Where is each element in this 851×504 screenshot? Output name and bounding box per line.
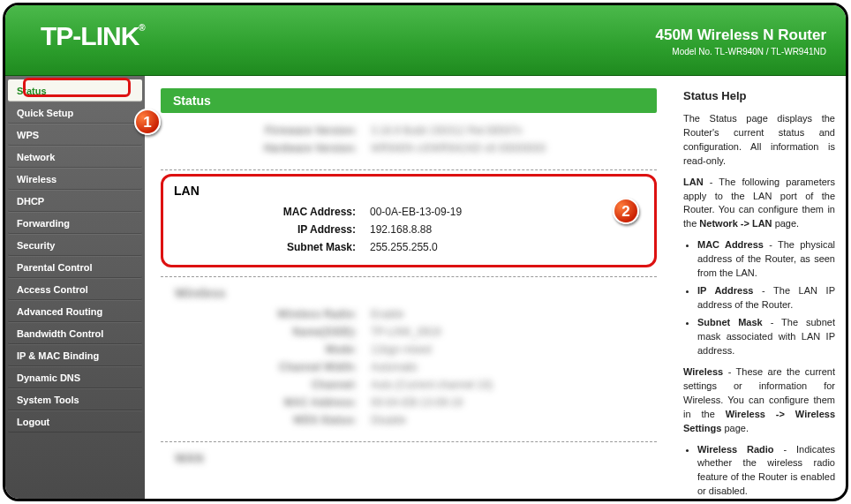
wireless-title: Wireless xyxy=(169,286,648,305)
help-title: Status Help xyxy=(683,88,835,105)
row-label: IP Address: xyxy=(169,223,363,236)
wireless-block: Wireless Wireless Radio:EnableName(SSID)… xyxy=(161,277,657,442)
row-value: Enable xyxy=(364,308,648,320)
page-title: Status xyxy=(161,88,657,113)
lan-highlight-frame: LAN MAC Address:00-0A-EB-13-09-19IP Addr… xyxy=(161,174,657,267)
help-item: Wireless Radio - Indicates whether the w… xyxy=(697,443,835,499)
callout-1: 1 xyxy=(134,109,161,135)
help-wireless-intro: Wireless - These are the current setting… xyxy=(683,365,835,436)
sidebar-item-network[interactable]: Network xyxy=(8,146,142,168)
version-block: Firmware Version:3.16.9 Build 150312 Rel… xyxy=(161,113,657,170)
row-label: Wireless Radio: xyxy=(169,308,364,320)
help-wireless-list: Wireless Radio - Indicates whether the w… xyxy=(697,443,835,499)
wan-block: WAN xyxy=(161,442,657,483)
status-row: Mode:11bgn mixed xyxy=(169,341,648,358)
brand-logo: TP-LINK® xyxy=(41,21,145,51)
row-label: Hardware Version: xyxy=(169,142,364,154)
row-value: 3.16.9 Build 150312 Rel.58597n xyxy=(364,124,648,137)
header: TP-LINK® 450M Wireless N Router Model No… xyxy=(5,5,846,76)
help-lan-list: MAC Address - The physical address of th… xyxy=(697,238,835,358)
sidebar-item-parental-control[interactable]: Parental Control xyxy=(8,256,142,278)
product-title: 450M Wireless N Router xyxy=(655,26,826,44)
product-model: Model No. TL-WR940N / TL-WR941ND xyxy=(655,47,826,56)
row-label: Name(SSID): xyxy=(169,326,364,338)
help-term: Wireless Radio xyxy=(697,444,774,455)
row-value: 192.168.8.88 xyxy=(363,223,649,236)
row-label: MAC Address: xyxy=(169,206,363,218)
row-value: Disable xyxy=(364,414,648,426)
row-label: MAC Address: xyxy=(169,396,364,409)
status-row: MAC Address:00-0A-EB-13-09-19 xyxy=(169,394,648,411)
status-row: Name(SSID):TP-LINK_0919 xyxy=(169,323,648,341)
status-row: Hardware Version:WR940N v3/WR941ND v6 00… xyxy=(169,139,648,157)
sidebar-item-access-control[interactable]: Access Control xyxy=(8,278,142,300)
help-item: MAC Address - The physical address of th… xyxy=(697,238,835,281)
row-label: Firmware Version: xyxy=(169,124,364,137)
row-value: WR940N v3/WR941ND v6 00000000 xyxy=(364,142,648,154)
row-label: Channel: xyxy=(169,379,364,391)
row-label: WDS Status: xyxy=(169,414,364,426)
row-value: 11bgn mixed xyxy=(364,343,648,356)
help-wireless-term: Wireless xyxy=(683,366,723,377)
help-lan-link: Network -> LAN xyxy=(699,218,772,229)
help-term: MAC Address xyxy=(697,239,764,250)
wan-title: WAN xyxy=(169,451,648,470)
row-label: Channel Width: xyxy=(169,361,364,373)
sidebar: StatusQuick SetupWPSNetworkWirelessDHCPF… xyxy=(5,76,145,499)
sidebar-item-advanced-routing[interactable]: Advanced Routing xyxy=(8,300,142,322)
help-intro: The Status page displays the Router's cu… xyxy=(683,112,835,169)
row-value: 255.255.255.0 xyxy=(363,241,649,253)
sidebar-item-quick-setup[interactable]: Quick Setup xyxy=(8,102,142,124)
help-lan-intro: LAN - The following parameters apply to … xyxy=(683,176,835,232)
help-item: Subnet Mask - The subnet mask associated… xyxy=(697,316,835,358)
sidebar-item-status[interactable]: Status xyxy=(8,79,142,102)
sidebar-item-system-tools[interactable]: System Tools xyxy=(8,388,142,410)
row-value: Auto (Current channel 10) xyxy=(364,379,648,391)
help-term: IP Address xyxy=(697,285,753,296)
sidebar-item-wps[interactable]: WPS xyxy=(8,124,142,146)
sidebar-item-bandwidth-control[interactable]: Bandwidth Control xyxy=(8,322,142,344)
sidebar-item-logout[interactable]: Logout xyxy=(8,410,142,433)
status-row: WDS Status:Disable xyxy=(169,411,648,429)
row-value: 00-0A-EB-13-09-19 xyxy=(363,206,649,218)
sidebar-item-dynamic-dns[interactable]: Dynamic DNS xyxy=(8,366,142,388)
row-label: Subnet Mask: xyxy=(169,241,363,253)
help-item: IP Address - The LAN IP address of the R… xyxy=(697,284,835,312)
sidebar-item-dhcp[interactable]: DHCP xyxy=(8,190,142,212)
status-row: Firmware Version:3.16.9 Build 150312 Rel… xyxy=(169,122,648,139)
status-row: IP Address:192.168.8.88 xyxy=(169,221,649,238)
sidebar-item-wireless[interactable]: Wireless xyxy=(8,168,142,190)
row-value: 00-0A-EB-13-09-19 xyxy=(364,396,648,409)
lan-title: LAN xyxy=(169,184,649,203)
sidebar-item-security[interactable]: Security xyxy=(8,234,142,256)
sidebar-item-ip-mac-binding[interactable]: IP & MAC Binding xyxy=(8,344,142,366)
callout-2: 2 xyxy=(613,198,639,224)
main-content: Status Firmware Version:3.16.9 Build 150… xyxy=(145,76,673,499)
status-row: MAC Address:00-0A-EB-13-09-19 xyxy=(169,203,649,221)
status-row: Channel:Auto (Current channel 10) xyxy=(169,376,648,394)
sidebar-item-forwarding[interactable]: Forwarding xyxy=(8,212,142,234)
help-panel: Status Help The Status page displays the… xyxy=(673,76,846,499)
status-row: Wireless Radio:Enable xyxy=(169,305,648,323)
status-row: Channel Width:Automatic xyxy=(169,358,648,376)
product-info: 450M Wireless N Router Model No. TL-WR94… xyxy=(655,21,826,56)
row-value: TP-LINK_0919 xyxy=(364,326,648,338)
row-value: Automatic xyxy=(364,361,648,373)
help-lan-term: LAN xyxy=(683,177,704,187)
brand-text: TP-LINK xyxy=(41,21,139,50)
help-term: Subnet Mask xyxy=(697,317,763,327)
row-label: Mode: xyxy=(169,343,364,356)
status-row: Subnet Mask:255.255.255.0 xyxy=(169,238,649,256)
trademark-icon: ® xyxy=(139,23,144,33)
